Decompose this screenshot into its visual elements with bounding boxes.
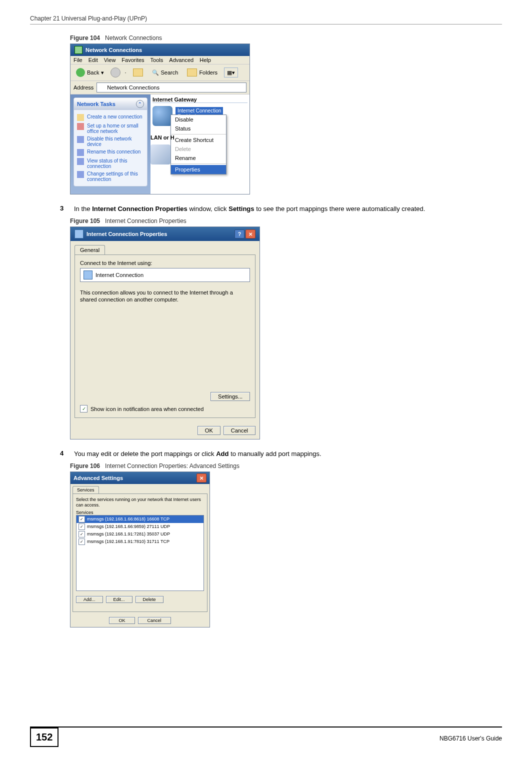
ok-button[interactable]: OK <box>198 426 220 435</box>
address-field[interactable]: Network Connections <box>96 82 246 92</box>
task-change-settings[interactable]: Change settings of this connection <box>77 171 144 182</box>
cancel-button[interactable]: Cancel <box>138 617 171 624</box>
dialog-title: Advanced Settings <box>74 475 123 481</box>
connection-field[interactable]: Internet Connection <box>80 268 250 282</box>
back-label: Back <box>87 70 99 76</box>
tab-panel-services: Select the services running on your netw… <box>72 494 208 612</box>
dialog-buttons: OK Cancel <box>70 614 210 627</box>
task-create-connection[interactable]: Create a new connection <box>77 114 144 121</box>
folders-button[interactable]: Folders <box>184 67 220 78</box>
task-disable-device[interactable]: Disable this network device <box>77 136 144 147</box>
menu-help[interactable]: Help <box>200 57 211 63</box>
task-setup-network[interactable]: Set up a home or small office network <box>77 123 144 134</box>
separator <box>171 134 226 134</box>
services-label: Services <box>76 510 204 515</box>
close-button[interactable]: ✕ <box>246 230 256 238</box>
figure-title: Internet Connection Properties <box>105 218 186 224</box>
service-item[interactable]: ✓msmsgs (192.168.1.91:7810) 31711 TCP <box>76 538 204 546</box>
task-icon <box>77 171 84 178</box>
folders-icon <box>187 68 197 76</box>
task-label: Set up a home or small office network <box>87 123 144 134</box>
service-label: msmsgs (192.168.1.66:9859) 27111 UDP <box>87 524 170 529</box>
search-label: Search <box>161 70 178 76</box>
task-label: Change settings of this connection <box>87 171 144 182</box>
menu-view[interactable]: View <box>104 57 116 63</box>
text: In the <box>74 205 92 212</box>
service-checkbox[interactable]: ✓ <box>78 531 85 538</box>
service-item[interactable]: ✓msmsgs (192.168.1.91:7281) 35037 UDP <box>76 530 204 538</box>
tasks-list: Create a new connection Set up a home or… <box>74 110 147 186</box>
ok-button[interactable]: OK <box>109 617 134 624</box>
ctx-status[interactable]: Status <box>171 124 226 133</box>
menu-tools[interactable]: Tools <box>150 57 164 63</box>
context-menu: Disable Status Create Shortcut Delete Re… <box>170 114 226 174</box>
tab-services[interactable]: Services <box>72 486 99 494</box>
search-button[interactable]: 🔍 Search <box>150 68 181 78</box>
collapse-icon: ⌃ <box>136 100 144 108</box>
cancel-button[interactable]: Cancel <box>224 426 256 435</box>
text: You may edit or delete the port mappings… <box>74 450 216 458</box>
tasks-panel: Network Tasks ⌃ Create a new connection … <box>70 94 150 194</box>
service-item[interactable]: ✓msmsgs (192.168.1.66:9859) 27111 UDP <box>76 523 204 530</box>
service-label: msmsgs (192.168.1.66:8618) 16608 TCP <box>87 516 170 522</box>
ctx-create-shortcut[interactable]: Create Shortcut <box>171 136 226 144</box>
address-label: Address <box>74 84 94 90</box>
task-label: View status of this connection <box>87 158 144 169</box>
figure-106-caption: Figure 106 Internet Connection Propertie… <box>70 462 502 470</box>
tab-panel-general: Connect to the Internet using: Internet … <box>74 254 256 418</box>
service-checkbox[interactable]: ✓ <box>78 524 85 530</box>
task-rename-connection[interactable]: Rename this connection <box>77 149 144 156</box>
page-footer: 152 NBG6716 User's Guide <box>30 726 502 747</box>
show-icon-checkbox[interactable]: ✓ <box>80 405 88 412</box>
address-icon <box>99 84 105 90</box>
up-button[interactable] <box>130 67 146 78</box>
guide-name: NBG6716 User's Guide <box>440 735 502 742</box>
service-checkbox[interactable]: ✓ <box>78 516 85 522</box>
text-bold: Internet Connection Properties <box>92 205 188 212</box>
dialog-icon <box>74 230 84 238</box>
dialog-body: General Connect to the Internet using: I… <box>70 241 260 422</box>
menu-favorites[interactable]: Favorites <box>122 57 144 63</box>
menu-advanced[interactable]: Advanced <box>169 57 194 63</box>
help-button[interactable]: ? <box>234 230 244 238</box>
edit-button[interactable]: Edit... <box>106 596 132 603</box>
figure-num: Figure 106 <box>70 462 100 470</box>
show-icon-label: Show icon in notification area when conn… <box>90 406 204 412</box>
services-list[interactable]: ✓msmsgs (192.168.1.66:8618) 16608 TCP ✓m… <box>76 515 204 591</box>
service-checkbox[interactable]: ✓ <box>78 538 85 545</box>
task-view-status[interactable]: View status of this connection <box>77 158 144 169</box>
main-area: Network Tasks ⌃ Create a new connection … <box>70 94 250 194</box>
close-button[interactable]: ✕ <box>196 474 206 482</box>
gateway-icon <box>152 106 172 126</box>
figure-title: Internet Connection Properties: Advanced… <box>105 462 240 470</box>
dialog-titlebar: Internet Connection Properties ? ✕ <box>70 227 260 241</box>
tasks-header[interactable]: Network Tasks ⌃ <box>74 98 147 110</box>
step-text: In the Internet Connection Properties wi… <box>74 204 502 214</box>
services-desc: Select the services running on your netw… <box>76 497 204 508</box>
menu-file[interactable]: File <box>74 57 82 63</box>
service-label: msmsgs (192.168.1.91:7810) 31711 TCP <box>87 539 170 544</box>
task-icon <box>77 158 84 165</box>
ctx-rename[interactable]: Rename <box>171 154 226 162</box>
settings-button[interactable]: Settings... <box>210 392 250 401</box>
menu-edit[interactable]: Edit <box>88 57 98 63</box>
lan-item-icon[interactable] <box>150 144 170 164</box>
ctx-properties[interactable]: Properties <box>171 165 226 174</box>
step-number: 4 <box>60 450 68 458</box>
views-button[interactable]: ▦▾ <box>224 68 238 78</box>
delete-button[interactable]: Delete <box>136 596 164 603</box>
figure-105-caption: Figure 105 Internet Connection Propertie… <box>70 218 502 224</box>
forward-button[interactable] <box>110 68 120 78</box>
add-button[interactable]: Add... <box>76 596 103 603</box>
service-item[interactable]: ✓msmsgs (192.168.1.66:8618) 16608 TCP <box>76 516 204 523</box>
ctx-delete: Delete <box>171 144 226 154</box>
connect-label: Connect to the Internet using: <box>80 260 250 266</box>
back-button[interactable]: Back ▾ <box>74 66 106 78</box>
tab-general[interactable]: General <box>74 245 105 254</box>
task-label: Rename this connection <box>87 149 140 154</box>
figure-title: Network Connections <box>105 34 162 42</box>
task-icon <box>77 114 84 121</box>
ctx-disable[interactable]: Disable <box>171 115 226 124</box>
dialog-buttons: OK Cancel <box>70 422 260 439</box>
tabstrip: Services <box>72 486 208 494</box>
